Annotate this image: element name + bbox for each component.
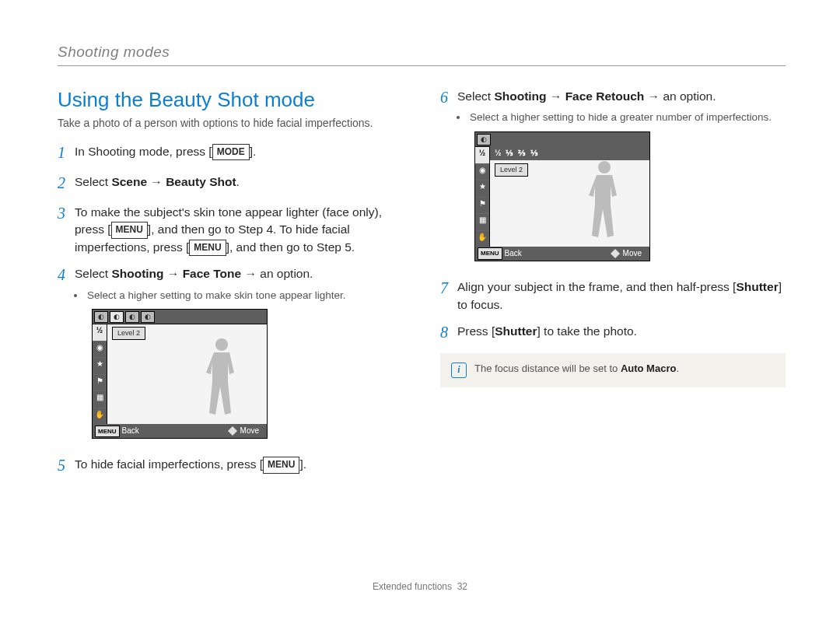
menu-key-small: MENU [95,426,120,438]
step-7-text: Align your subject in the frame, and the… [457,278,786,313]
info-icon: i [451,363,467,378]
lcd-level-label: Level 2 [112,327,145,340]
half-fraction-icon: ½ [475,147,489,164]
step-number: 5 [58,454,75,477]
step-6-text: Select Shooting → Face Retouch → an opti… [457,88,786,269]
half-fraction-icon: ½ [93,324,107,342]
fraction-option: ⅓ [506,148,513,159]
person-silhouette-icon [197,337,245,416]
lcd-side-icon-strip: ½ ◉ ★ ⚑ ▦ ✋ [93,324,107,424]
info-note-text: The focus distance will be set to Auto M… [474,363,679,374]
step-8-text: Press [Shutter] to take the photo. [457,323,786,340]
lcd-side-icon-strip: ½ ◉ ★ ⚑ ▦ ✋ [475,147,490,247]
lcd-tab-icon: ◐ [94,311,108,323]
step-number: 1 [58,142,75,164]
star-icon: ★ [475,180,489,198]
chapter-header: Shooting modes [58,44,786,66]
lcd-tab-icon: ◐ [477,134,491,145]
flag-icon: ⚑ [93,375,107,392]
section-title: Using the Beauty Shot mode [58,88,403,112]
column-left: Using the Beauty Shot mode Take a photo … [58,88,403,486]
lcd-level-label: Level 2 [495,163,528,177]
step-number: 7 [440,277,457,299]
step-6-bullet: Select a higher setting to hide a greate… [468,110,786,125]
step-number: 8 [440,321,457,344]
face-icon: ◉ [93,342,107,359]
info-note: i The focus distance will be set to Auto… [440,353,786,387]
lcd-tab-icon: ◐ [125,311,139,323]
lcd-back-label: Back [505,248,522,260]
fraction-option: ⅔ [518,148,526,159]
nav-diamond-icon [228,426,237,436]
star-icon: ★ [93,358,107,375]
step-number: 3 [58,202,75,225]
step-4-text: Select Shooting → Face Tone → an option.… [75,265,403,447]
menu-key: MENU [189,240,226,256]
nav-diamond-icon [611,249,620,258]
hand-icon: ✋ [475,231,489,247]
step-5-text: To hide facial imperfections, press [MEN… [75,456,403,473]
lcd-tab-icon: ◐ [110,311,124,323]
svg-point-1 [598,161,611,173]
mode-key: MODE [212,144,250,160]
step-number: 2 [58,172,75,194]
lcd-move-label: Move [240,426,259,437]
camera-lcd-face-retouch: ◐ ½ ◉ ★ ⚑ ▦ ✋ [474,131,650,261]
step-3-text: To make the subject's skin tone appear l… [75,204,403,256]
svg-point-0 [215,338,228,351]
column-right: 6 Select Shooting → Face Retouch → an op… [440,88,786,486]
section-intro: Take a photo of a person with options to… [58,117,403,129]
menu-key-small: MENU [478,247,502,260]
fraction-option: ½ [495,148,501,159]
page-footer: Extended functions 32 [0,581,840,592]
hand-icon: ✋ [93,408,107,425]
person-silhouette-icon [579,159,628,239]
lcd-back-label: Back [122,426,139,437]
grid-icon: ▦ [475,214,489,231]
face-icon: ◉ [475,164,489,181]
flag-icon: ⚑ [475,198,489,215]
step-1-text: In Shooting mode, press [MODE]. [75,143,403,160]
fraction-option: ⅓ [530,148,538,159]
menu-key: MENU [263,457,299,473]
grid-icon: ▦ [93,391,107,408]
menu-key: MENU [111,222,148,238]
step-number: 4 [58,264,75,286]
camera-lcd-face-tone: ◐ ◐ ◐ ◐ ½ ◉ ★ ⚑ [92,309,268,439]
lcd-tab-icon: ◐ [141,311,155,323]
step-2-text: Select Scene → Beauty Shot. [75,173,403,191]
step-4-bullet: Select a higher setting to make skin ton… [86,288,403,303]
step-number: 6 [440,86,457,109]
lcd-move-label: Move [623,248,642,260]
